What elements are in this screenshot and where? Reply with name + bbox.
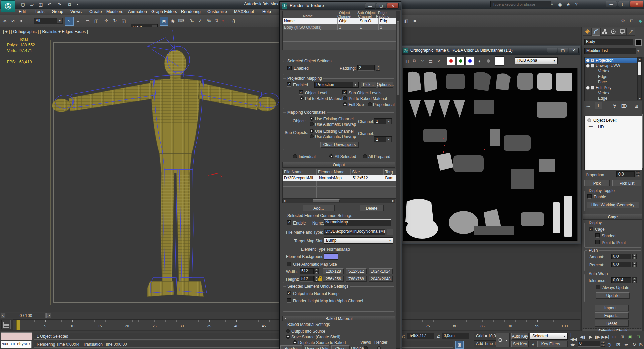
rtt-proportional-radio[interactable] — [368, 102, 372, 106]
select-and-scale-icon[interactable]: ◱ — [120, 17, 127, 24]
rtt-options-button[interactable]: Options... — [377, 82, 393, 88]
render-production-icon[interactable]: ◆ — [637, 17, 644, 24]
rtt-sub-use-existing-radio[interactable] — [310, 129, 314, 133]
select-and-manipulate-icon[interactable]: ◉ — [169, 17, 176, 24]
rfw-clear-icon[interactable]: × — [435, 57, 442, 65]
menu-create[interactable]: Create — [89, 9, 102, 14]
align-icon[interactable]: ≍ — [411, 17, 419, 24]
collapse-icon[interactable]: − — [591, 64, 594, 68]
select-and-rotate-icon[interactable]: ↻ — [111, 17, 119, 24]
projection-reference-list[interactable]: Object Level: — HD — [584, 116, 642, 170]
menu-modifiers[interactable]: Modifiers — [106, 9, 123, 14]
key-mode-toggle-icon[interactable]: ◀▶ — [570, 341, 576, 348]
rfw-red-channel-toggle[interactable] — [447, 57, 455, 65]
point-to-point-checkbox[interactable] — [595, 240, 600, 244]
rtt-output-normal-bump-checkbox[interactable]: ✓ — [287, 291, 291, 295]
rfw-alpha-channel-toggle[interactable] — [485, 57, 492, 65]
set-keys-button[interactable] — [496, 333, 510, 347]
rfw-channel-dropdown[interactable]: RGB Alpha▼ — [515, 57, 558, 64]
unlink-selection-icon[interactable]: ⊘ — [9, 17, 17, 24]
rtt-height-alpha-checkbox[interactable] — [287, 298, 291, 303]
go-to-end-icon[interactable]: ▶▶| — [602, 333, 609, 340]
new-file-icon[interactable]: ▢ — [19, 1, 27, 8]
show-end-result-icon[interactable]: ‖ — [595, 102, 602, 109]
cage-rollout[interactable]: -Cage — [583, 214, 643, 220]
spinner-snap-icon[interactable]: ⇅ — [214, 17, 219, 24]
tab-display[interactable] — [618, 28, 627, 36]
tab-create[interactable] — [583, 28, 592, 36]
rfw-close-button[interactable]: ✕ — [569, 48, 579, 53]
rtt-minimize-button[interactable]: — — [365, 3, 375, 9]
rtt-size-512-button[interactable]: 512x512 — [346, 268, 367, 274]
zoom-extents-icon[interactable]: ▣ — [627, 333, 634, 340]
rfw-minimize-button[interactable]: — — [547, 48, 557, 53]
rtt-auto-map-size-checkbox[interactable] — [287, 262, 291, 266]
lock-aspect-icon[interactable] — [318, 278, 322, 281]
rfw-mono-channel-toggle[interactable]: ◐ — [476, 57, 483, 65]
rtt-save-source-radio[interactable] — [286, 335, 290, 339]
object-name-field[interactable]: Body — [584, 39, 633, 45]
panel-scrollbar[interactable] — [642, 57, 644, 334]
snaps-toggle-icon[interactable]: 3ₙ — [188, 17, 195, 24]
isolate-selection-icon[interactable]: ▣ — [455, 341, 464, 349]
stack-subitem-vertex-2[interactable]: Vertex — [585, 90, 642, 96]
rtt-delete-button[interactable]: Delete — [360, 205, 384, 211]
rtt-output-rollout[interactable]: -Output — [282, 162, 395, 168]
angle-snap-icon[interactable]: ∠ — [197, 17, 204, 24]
always-update-checkbox[interactable] — [596, 285, 600, 289]
app-minimize-button[interactable]: — — [606, 1, 617, 7]
set-key-button[interactable]: Set Key — [511, 341, 529, 347]
rfw-print-icon[interactable]: ▤ — [427, 57, 434, 65]
rtt-pm-enabled-checkbox[interactable]: ✓ — [287, 82, 291, 87]
rtt-element-enable-checkbox[interactable]: ✓ — [287, 220, 291, 225]
stack-subitem-face[interactable]: Face — [585, 79, 642, 85]
magnet-snap-icon[interactable]: ∩ — [220, 17, 225, 24]
rtt-col-name-header[interactable]: Name — [303, 14, 313, 18]
window-crossing-icon[interactable]: ◫ — [93, 17, 100, 24]
hide-working-geometry-button[interactable]: Hide Working Geometry — [587, 202, 639, 208]
zoom-viewport-icon[interactable]: ⊕ — [610, 333, 618, 340]
select-and-link-icon[interactable]: ∞ — [1, 17, 9, 24]
rtt-object-channel-dropdown[interactable]: 1▼ — [374, 118, 392, 124]
previous-frame-icon[interactable]: ◀▮ — [579, 333, 586, 340]
menu-tools[interactable]: Tools — [35, 9, 44, 14]
stack-scrollbar[interactable]: ▲ ▼ — [637, 57, 642, 100]
menu-graph-editors[interactable]: Graph Editors — [151, 9, 177, 14]
rtt-height-field[interactable]: 512 — [300, 276, 314, 282]
select-by-name-icon[interactable]: ≡ — [74, 17, 82, 24]
app-maximize-button[interactable]: ▢ — [618, 1, 629, 7]
rtt-full-size-radio[interactable] — [343, 102, 347, 106]
current-frame-field[interactable]: 0 — [578, 341, 600, 347]
mirror-icon[interactable]: ◧ — [402, 17, 410, 24]
stack-item-projection[interactable]: +Projection — [585, 58, 642, 63]
named-selection-sets-icon[interactable]: {} — [230, 17, 237, 24]
mini-curve-editor-icon[interactable] — [1, 320, 11, 329]
rtt-object-row-body[interactable]: Body (0 SO Outputs) 1 1 2 — [283, 24, 396, 30]
search-binoculars-icon[interactable]: ⌖ — [549, 1, 555, 8]
percent-snap-icon[interactable]: % — [205, 17, 213, 24]
selection-set-dropdown[interactable]: Selected▼ — [530, 333, 568, 340]
stack-item-unwrap-uvw[interactable]: −Unwrap UVW — [585, 63, 642, 68]
push-percent-field[interactable]: 0,0 — [611, 262, 631, 267]
rtt-individual-radio[interactable] — [293, 154, 297, 158]
bind-to-space-warp-icon[interactable]: ≈ — [17, 17, 25, 24]
time-configuration-icon[interactable]: ◴ — [606, 341, 613, 348]
rtt-put-baked-object-radio[interactable] — [300, 96, 304, 100]
app-close-button[interactable]: ✕ — [630, 1, 643, 7]
pick-button[interactable]: Pick — [584, 180, 610, 186]
zoom-extents-all-icon[interactable]: ⊡ — [635, 333, 642, 340]
rtt-size-128-button[interactable]: 128x128 — [323, 268, 344, 274]
stack-subitem-edge[interactable]: Edge — [585, 74, 642, 79]
communication-center-icon[interactable]: ◉ — [557, 1, 564, 8]
rtt-width-field[interactable]: 512 — [300, 268, 314, 274]
push-amount-spinner[interactable]: ▲▼ — [632, 254, 637, 259]
make-unique-icon[interactable]: ∀ — [611, 102, 619, 110]
menu-help[interactable]: Help — [262, 9, 271, 14]
rtt-add-button[interactable]: Add... — [303, 205, 335, 211]
favorites-icon[interactable]: ★ — [565, 1, 572, 8]
rtt-size-1024-button[interactable]: 1024x1024 — [369, 268, 393, 274]
rtt-titlebar[interactable]: Ⓢ Render To Texture — ▢ ✕ — [280, 2, 401, 10]
rtt-size-2048-button[interactable]: 2048x2048 — [369, 276, 393, 282]
quick-access-dropdown-icon[interactable]: ▾ — [74, 1, 81, 8]
stack-subitem-vertex[interactable]: Vertex — [585, 68, 642, 74]
